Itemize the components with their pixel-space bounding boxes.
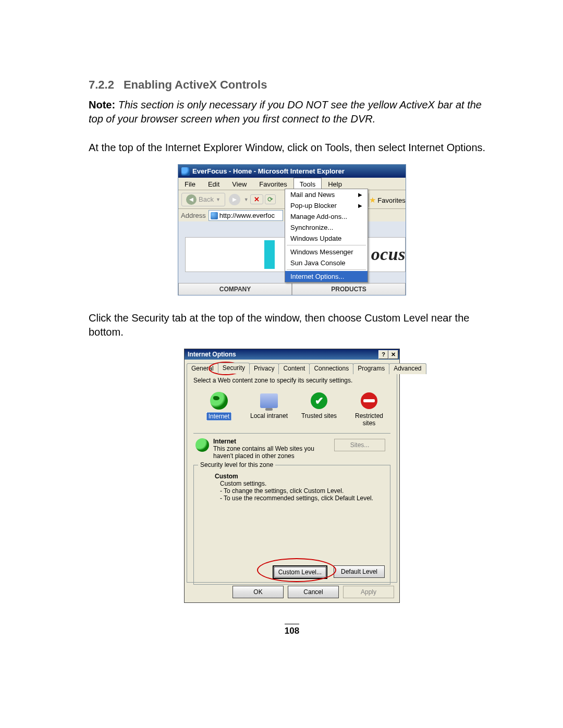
globe-icon <box>195 438 209 452</box>
menu-windows-update[interactable]: Windows Update <box>285 233 368 244</box>
note-label: Note: <box>89 99 115 110</box>
ok-button[interactable]: OK <box>232 586 284 598</box>
sites-button: Sites... <box>334 439 385 451</box>
zone-desc-title: Internet <box>213 438 323 445</box>
apply-button: Apply <box>343 586 394 598</box>
prohibited-icon <box>361 392 377 409</box>
default-level-button[interactable]: Default Level <box>334 565 385 578</box>
custom-line2: - To change the settings, click Custom L… <box>220 487 385 495</box>
note-paragraph: Note: This section is only necessary if … <box>89 98 495 126</box>
menu-manage-addons[interactable]: Manage Add-ons... <box>285 211 368 222</box>
menu-synchronize[interactable]: Synchronize... <box>285 222 368 233</box>
heading-title: Enabling ActiveX Controls <box>124 78 267 92</box>
zone-label: Internet <box>206 412 232 421</box>
dialog-button-row: OK Cancel Apply <box>232 586 394 598</box>
dialog-title: Internet Options <box>188 351 236 358</box>
tab-security[interactable]: Security <box>218 363 250 374</box>
tab-programs[interactable]: Programs <box>353 363 389 374</box>
ie-screenshot: EverFocus - Home - Microsoft Internet Ex… <box>178 164 406 295</box>
dialog-panel: Select a Web content zone to specify its… <box>187 370 397 583</box>
security-level-legend: Security level for this zone <box>198 461 275 468</box>
favorites-button[interactable]: ★ Favorites <box>369 193 406 207</box>
refresh-button[interactable]: ⟳ <box>265 194 276 204</box>
custom-heading: Custom <box>215 473 385 480</box>
nav-tab-company[interactable]: COMPANY <box>178 283 292 295</box>
forward-button[interactable]: ► <box>229 194 240 205</box>
zone-local-intranet[interactable]: Local intranet <box>249 391 289 427</box>
checkmark-icon: ✔ <box>311 392 327 409</box>
menu-internet-options[interactable]: Internet Options... <box>285 271 368 282</box>
page-number-rule <box>285 624 299 624</box>
chevron-down-icon: ▼ <box>216 197 221 202</box>
zone-restricted-sites[interactable]: Restricted sites <box>349 391 389 427</box>
back-button[interactable]: ◄ Back ▼ <box>181 193 225 206</box>
banner-accent <box>264 240 275 269</box>
tab-general[interactable]: General <box>187 363 218 374</box>
menu-file[interactable]: File <box>178 178 202 190</box>
help-button[interactable]: ? <box>378 350 388 359</box>
tab-content[interactable]: Content <box>278 363 310 374</box>
address-value: http://www.everfoc <box>219 212 275 219</box>
note-text: This section is only necessary if you DO… <box>89 99 482 125</box>
paragraph-1: At the top of the Internet Explorer Wind… <box>89 141 495 155</box>
dialog-title-bar: Internet Options ? ✕ <box>185 349 399 360</box>
star-icon: ★ <box>369 195 376 205</box>
zone-label: Restricted sites <box>349 412 389 427</box>
paragraph-2: Click the Security tab at the top of the… <box>89 311 495 339</box>
zone-desc-text: This zone contains all Web sites you hav… <box>213 445 323 460</box>
section-heading: 7.2.2 Enabling ActiveX Controls <box>89 78 495 92</box>
ie-window-title: EverFocus - Home - Microsoft Internet Ex… <box>192 167 345 175</box>
address-field[interactable]: http://www.everfoc <box>209 210 283 221</box>
back-arrow-icon: ◄ <box>186 194 197 205</box>
menu-sun-java-console[interactable]: Sun Java Console <box>285 257 368 268</box>
zone-description: Internet This zone contains all Web site… <box>193 433 390 462</box>
page-number: 108 <box>89 626 495 636</box>
computer-icon <box>260 393 278 408</box>
internet-options-dialog: Internet Options ? ✕ General Security Pr… <box>184 349 400 603</box>
ie-icon <box>181 167 190 176</box>
nav-tab-products[interactable]: PRODUCTS <box>292 283 406 295</box>
menu-separator <box>287 269 366 270</box>
menu-edit[interactable]: Edit <box>202 178 226 190</box>
page-icon <box>211 212 218 219</box>
tab-privacy[interactable]: Privacy <box>249 363 279 374</box>
zone-trusted-sites[interactable]: ✔ Trusted sites <box>299 391 339 427</box>
menu-windows-messenger[interactable]: Windows Messenger <box>285 246 368 257</box>
zone-label: Local intranet <box>250 412 288 419</box>
zone-label: Trusted sites <box>301 412 337 419</box>
back-label: Back <box>199 195 214 203</box>
menu-mail-and-news[interactable]: Mail and News▶ <box>285 189 368 200</box>
menu-tools[interactable]: Tools <box>293 178 322 190</box>
stop-button[interactable]: ✕ <box>250 194 263 204</box>
security-level-group: Security level for this zone Custom Cust… <box>193 465 390 585</box>
submenu-arrow-icon: ▶ <box>358 192 362 198</box>
cancel-button[interactable]: Cancel <box>288 586 339 598</box>
submenu-arrow-icon: ▶ <box>358 203 362 208</box>
custom-line1: Custom settings. <box>220 480 385 487</box>
custom-line3: - To use the recommended settings, click… <box>220 495 385 502</box>
zone-list: Internet Local intranet ✔ Trusted sites … <box>193 389 390 430</box>
favorites-label: Favorites <box>377 196 405 204</box>
logo-fragment: ocus <box>371 244 406 264</box>
menu-separator <box>287 245 366 245</box>
globe-icon <box>210 392 228 410</box>
menu-popup-blocker[interactable]: Pop-up Blocker▶ <box>285 200 368 211</box>
menu-help[interactable]: Help <box>322 178 348 190</box>
tab-advanced[interactable]: Advanced <box>389 363 426 374</box>
zone-internet[interactable]: Internet <box>199 391 239 427</box>
address-label: Address <box>181 212 206 219</box>
page-nav-tabs: COMPANY PRODUCTS <box>178 283 406 295</box>
custom-level-button[interactable]: Custom Level... <box>273 565 327 579</box>
tab-connections[interactable]: Connections <box>309 363 353 374</box>
chevron-down-icon: ▼ <box>244 197 249 202</box>
ie-title-bar: EverFocus - Home - Microsoft Internet Ex… <box>178 165 406 178</box>
dialog-tabs: General Security Privacy Content Connect… <box>187 363 397 374</box>
tools-menu-dropdown: Mail and News▶ Pop-up Blocker▶ Manage Ad… <box>285 189 368 282</box>
heading-number: 7.2.2 <box>89 78 114 92</box>
zone-instruction: Select a Web content zone to specify its… <box>193 377 390 384</box>
menu-favorites[interactable]: Favorites <box>253 178 293 190</box>
menu-view[interactable]: View <box>226 178 253 190</box>
close-button[interactable]: ✕ <box>388 350 398 359</box>
